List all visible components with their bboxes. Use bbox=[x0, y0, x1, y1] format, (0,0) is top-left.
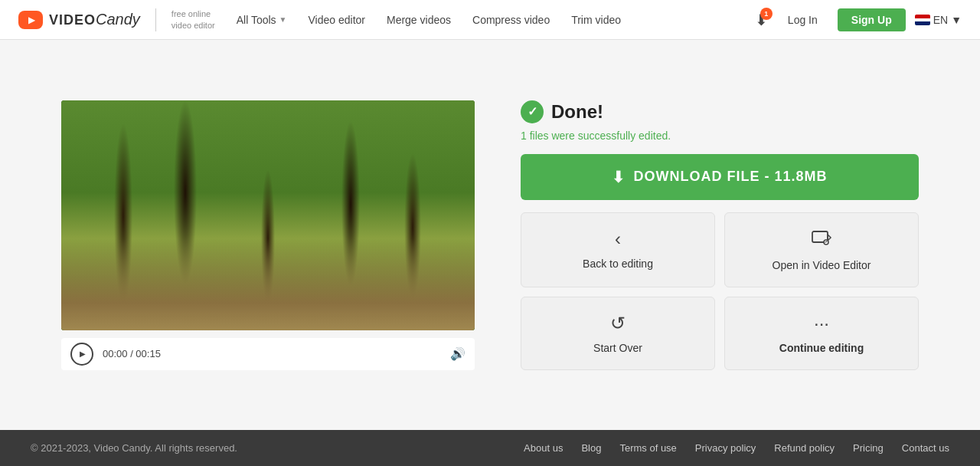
play-button[interactable] bbox=[70, 343, 93, 366]
open-in-video-editor-card[interactable]: Open in Video Editor bbox=[724, 212, 919, 287]
nav-links: All Tools ▼ Video editor Merge videos Co… bbox=[227, 9, 755, 31]
video-preview bbox=[61, 100, 475, 330]
logo-video-text: VIDEO bbox=[49, 12, 96, 28]
chevron-down-icon: ▼ bbox=[279, 15, 287, 24]
footer-link-privacy[interactable]: Privacy policy bbox=[695, 442, 756, 454]
lang-chevron-icon: ▼ bbox=[951, 14, 962, 26]
video-player-wrapper: 00:00 / 00:15 🔊 bbox=[61, 100, 475, 370]
success-message: 1 files were successfully edited. bbox=[521, 130, 919, 142]
footer-link-blog[interactable]: Blog bbox=[581, 442, 601, 454]
continue-editing-card[interactable]: ··· Continue editing bbox=[724, 297, 919, 370]
download-arrow-icon: ⬇ bbox=[612, 168, 626, 186]
done-header: ✓ Done! bbox=[521, 100, 919, 123]
continue-editing-icon: ··· bbox=[814, 313, 829, 334]
open-in-video-editor-label: Open in Video Editor bbox=[773, 259, 871, 271]
logo-subtitle: free online video editor bbox=[172, 8, 215, 31]
action-grid: ‹ Back to editing Open in Video Editor ↺… bbox=[521, 212, 919, 370]
language-selector[interactable]: EN ▼ bbox=[915, 14, 962, 26]
download-badge: 1 bbox=[760, 8, 773, 20]
start-over-icon: ↺ bbox=[610, 313, 626, 334]
video-preview-inner bbox=[61, 100, 475, 330]
start-over-card[interactable]: ↺ Start Over bbox=[521, 297, 715, 370]
start-over-label: Start Over bbox=[593, 342, 642, 354]
done-checkmark-icon: ✓ bbox=[521, 100, 544, 123]
main-content: 00:00 / 00:15 🔊 ✓ Done! 1 files were suc… bbox=[0, 40, 980, 430]
footer: © 2021-2023, Video Candy. All rights res… bbox=[0, 430, 980, 466]
logo-divider bbox=[155, 8, 156, 31]
download-queue-button[interactable]: ⬇ 1 bbox=[755, 11, 768, 29]
logo-icon bbox=[18, 11, 43, 29]
video-controls: 00:00 / 00:15 🔊 bbox=[61, 338, 475, 370]
done-title: Done! bbox=[551, 101, 603, 123]
svg-marker-1 bbox=[828, 235, 831, 241]
back-arrow-icon: ‹ bbox=[615, 228, 621, 250]
back-to-editing-card[interactable]: ‹ Back to editing bbox=[521, 212, 715, 287]
footer-link-terms[interactable]: Terms of use bbox=[619, 442, 676, 454]
right-panel: ✓ Done! 1 files were successfully edited… bbox=[521, 100, 919, 370]
footer-link-refund[interactable]: Refund policy bbox=[774, 442, 835, 454]
nav-merge-videos[interactable]: Merge videos bbox=[377, 9, 460, 31]
nav-compress-video[interactable]: Compress video bbox=[463, 9, 559, 31]
continue-editing-label: Continue editing bbox=[779, 342, 864, 354]
footer-link-contact[interactable]: Contact us bbox=[902, 442, 949, 454]
logo-candy-text: Candy bbox=[96, 11, 140, 28]
nav-video-editor[interactable]: Video editor bbox=[299, 9, 374, 31]
back-to-editing-label: Back to editing bbox=[583, 258, 653, 270]
nav-trim-video[interactable]: Trim video bbox=[562, 9, 630, 31]
nav-all-tools[interactable]: All Tools ▼ bbox=[227, 9, 296, 31]
footer-link-pricing[interactable]: Pricing bbox=[853, 442, 884, 454]
login-button[interactable]: Log In bbox=[777, 9, 828, 31]
time-display: 00:00 / 00:15 bbox=[103, 348, 161, 359]
footer-link-about-us[interactable]: About us bbox=[524, 442, 563, 454]
header: VIDEO Candy free online video editor All… bbox=[0, 0, 980, 40]
signup-button[interactable]: Sign Up bbox=[838, 8, 906, 31]
flag-icon bbox=[915, 15, 930, 25]
video-editor-icon bbox=[811, 228, 832, 251]
logo-area: VIDEO Candy free online video editor bbox=[18, 8, 215, 31]
download-file-button[interactable]: ⬇ DOWNLOAD FILE - 11.8MB bbox=[521, 154, 919, 200]
volume-button[interactable]: 🔊 bbox=[450, 346, 466, 361]
footer-copyright: © 2021-2023, Video Candy. All rights res… bbox=[31, 442, 237, 454]
header-right: ⬇ 1 Log In Sign Up EN ▼ bbox=[755, 8, 962, 31]
logo-text: VIDEO Candy bbox=[49, 11, 140, 28]
footer-links: About us Blog Terms of use Privacy polic… bbox=[524, 442, 949, 454]
